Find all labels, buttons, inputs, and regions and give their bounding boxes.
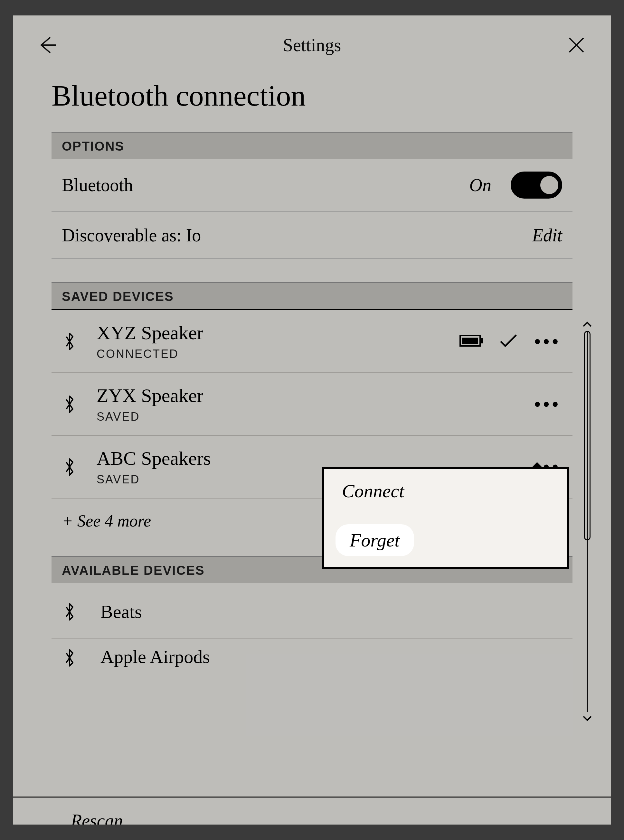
popover-connect-button[interactable]: Connect — [329, 469, 562, 513]
bluetooth-toggle-row: Bluetooth On — [51, 159, 573, 212]
bluetooth-icon — [62, 457, 77, 477]
device-status: SAVED — [97, 410, 514, 424]
device-options-popover: Connect Forget — [322, 467, 569, 569]
scroll-thumb[interactable] — [584, 331, 590, 540]
device-status: CONNECTED — [97, 347, 440, 361]
section-options-header: OPTIONS — [51, 132, 573, 159]
device-more-button[interactable]: ••• — [533, 391, 562, 417]
popover-connect-label: Connect — [342, 481, 404, 501]
back-button[interactable] — [36, 34, 59, 57]
edit-discoverable-button[interactable]: Edit — [532, 225, 562, 245]
bluetooth-label: Bluetooth — [62, 175, 470, 195]
bluetooth-state-label: On — [470, 175, 491, 195]
discoverable-row: Discoverable as: Io Edit — [51, 212, 573, 259]
close-button[interactable] — [565, 34, 588, 57]
topbar: Settings — [13, 15, 611, 66]
bluetooth-icon — [62, 395, 77, 414]
available-device-row[interactable]: Apple Airpods — [51, 638, 573, 667]
discoverable-name: Io — [186, 225, 201, 245]
saved-device-row[interactable]: ZYX Speaker SAVED ••• — [51, 373, 573, 436]
scroll-indicator[interactable] — [581, 321, 594, 721]
bluetooth-toggle[interactable] — [511, 171, 562, 199]
svg-rect-1 — [462, 338, 478, 344]
bluetooth-icon — [62, 602, 77, 621]
chevron-up-icon — [583, 321, 592, 327]
settings-screen: Settings Bluetooth connection OPTIONS Bl… — [13, 15, 611, 825]
rescan-label: Rescan — [71, 811, 123, 825]
svg-rect-2 — [481, 338, 483, 344]
device-name: ABC Speakers — [97, 447, 514, 470]
toggle-knob — [539, 175, 560, 195]
bluetooth-icon — [62, 332, 77, 351]
device-more-button[interactable]: ••• — [533, 328, 562, 354]
rescan-button[interactable]: Rescan John's Apple Airpods — [13, 797, 611, 825]
device-name: Apple Airpods — [100, 646, 210, 667]
close-icon — [567, 35, 586, 55]
check-icon — [499, 334, 517, 349]
device-name: Beats — [100, 601, 142, 623]
battery-icon — [459, 334, 484, 349]
popover-forget-label: Forget — [335, 524, 414, 556]
available-device-list: Beats Apple Airpods — [51, 583, 573, 667]
saved-device-row[interactable]: XYZ Speaker CONNECTED ••• — [51, 309, 573, 373]
device-name: ZYX Speaker — [97, 385, 514, 407]
device-name: XYZ Speaker — [97, 322, 440, 344]
popover-forget-button[interactable]: Forget — [324, 513, 567, 567]
page-title: Bluetooth connection — [13, 66, 611, 132]
chevron-down-icon — [583, 716, 592, 721]
section-saved-header: SAVED DEVICES — [51, 282, 573, 309]
arrow-left-icon — [38, 35, 57, 55]
bluetooth-icon — [62, 648, 77, 667]
discoverable-prefix: Discoverable as: — [62, 225, 186, 245]
screen-title: Settings — [59, 35, 565, 55]
available-device-row[interactable]: Beats — [51, 583, 573, 638]
discoverable-label: Discoverable as: Io — [62, 225, 532, 245]
